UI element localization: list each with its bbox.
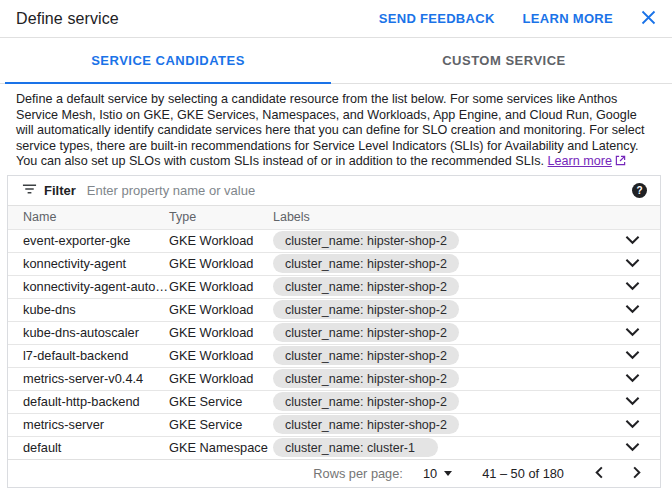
pagination-bar: Rows per page: 10 41 – 50 of 180: [8, 459, 660, 487]
expand-row-button[interactable]: [621, 323, 644, 342]
filter-button[interactable]: Filter: [22, 182, 76, 199]
expand-row-button[interactable]: [621, 300, 644, 319]
expand-row-button[interactable]: [621, 346, 644, 365]
learn-more-link[interactable]: Learn more: [548, 154, 626, 168]
tab-service-candidates-label: SERVICE CANDIDATES: [91, 53, 245, 68]
table-row[interactable]: konnectivity-agentGKE Workloadcluster_na…: [8, 252, 660, 275]
chevron-down-icon: [625, 371, 640, 386]
cell-name: l7-default-backend: [8, 344, 169, 367]
cell-name: default: [8, 436, 169, 459]
expand-row-button[interactable]: [621, 415, 644, 434]
cell-labels: cluster_name: hipster-shop-2: [273, 321, 604, 344]
previous-page-button[interactable]: [590, 463, 609, 485]
cell-type: GKE Workload: [169, 367, 273, 390]
column-header-name: Name: [8, 206, 169, 229]
label-chip: cluster_name: hipster-shop-2: [273, 415, 459, 434]
table-header-row: Name Type Labels: [8, 206, 660, 229]
dialog-header: Define service SEND FEEDBACK LEARN MORE: [0, 0, 672, 38]
learn-more-button[interactable]: LEARN MORE: [523, 11, 613, 26]
table-row[interactable]: metrics-server-v0.4.4GKE Workloadcluster…: [8, 367, 660, 390]
expand-row-button[interactable]: [621, 369, 644, 388]
filter-bar: Filter ?: [8, 176, 660, 206]
expand-row-button[interactable]: [621, 438, 644, 457]
pagination-range: 41 – 50 of 180: [482, 466, 564, 481]
cell-name: kube-dns-autoscaler: [8, 321, 169, 344]
cell-expand: [604, 298, 660, 321]
chevron-down-icon: [625, 279, 640, 294]
label-chip: cluster_name: hipster-shop-2: [273, 300, 459, 319]
table-body: event-exporter-gkeGKE Workloadcluster_na…: [8, 229, 660, 459]
rows-per-page-value: 10: [423, 466, 437, 481]
chevron-right-icon: [629, 465, 644, 483]
table-row[interactable]: default-http-backendGKE Servicecluster_n…: [8, 390, 660, 413]
chevron-left-icon: [592, 465, 607, 483]
table-row[interactable]: kube-dns-autoscalerGKE Workloadcluster_n…: [8, 321, 660, 344]
cell-labels: cluster_name: hipster-shop-2: [273, 298, 604, 321]
label-chip: cluster_name: hipster-shop-2: [273, 231, 459, 250]
filter-input[interactable]: [87, 183, 632, 198]
column-header-type: Type: [169, 206, 273, 229]
cell-labels: cluster_name: hipster-shop-2: [273, 275, 604, 298]
cell-labels: cluster_name: hipster-shop-2: [273, 252, 604, 275]
cell-type: GKE Namespace: [169, 436, 273, 459]
tab-custom-service[interactable]: CUSTOM SERVICE: [336, 38, 672, 83]
cell-name: event-exporter-gke: [8, 229, 169, 252]
expand-row-button[interactable]: [621, 231, 644, 250]
header-actions: SEND FEEDBACK LEARN MORE: [379, 10, 656, 28]
cell-labels: cluster_name: hipster-shop-2: [273, 344, 604, 367]
cell-labels: cluster_name: cluster-1: [273, 436, 604, 459]
filter-label: Filter: [44, 183, 76, 198]
expand-row-button[interactable]: [621, 277, 644, 296]
rows-per-page-select[interactable]: 10: [423, 466, 452, 481]
table-row[interactable]: konnectivity-agent-autoscalerGKE Workloa…: [8, 275, 660, 298]
table-row[interactable]: event-exporter-gkeGKE Workloadcluster_na…: [8, 229, 660, 252]
chevron-down-icon: [625, 348, 640, 363]
dropdown-caret-icon: [444, 471, 452, 476]
cell-type: GKE Workload: [169, 275, 273, 298]
chevron-down-icon: [625, 394, 640, 409]
label-chip: cluster_name: hipster-shop-2: [273, 369, 459, 388]
label-chip: cluster_name: hipster-shop-2: [273, 323, 459, 342]
chevron-down-icon: [625, 233, 640, 248]
cell-type: GKE Workload: [169, 298, 273, 321]
expand-row-button[interactable]: [621, 254, 644, 273]
send-feedback-button[interactable]: SEND FEEDBACK: [379, 11, 495, 26]
label-chip: cluster_name: hipster-shop-2: [273, 392, 459, 411]
label-chip: cluster_name: cluster-1: [273, 438, 438, 457]
cell-name: konnectivity-agent: [8, 252, 169, 275]
candidates-table: Name Type Labels event-exporter-gkeGKE W…: [8, 206, 660, 459]
learn-more-link-label: Learn more: [548, 154, 612, 168]
define-service-dialog: Define service SEND FEEDBACK LEARN MORE …: [0, 0, 672, 488]
cell-name: metrics-server-v0.4.4: [8, 367, 169, 390]
close-button[interactable]: [641, 10, 656, 28]
chevron-down-icon: [625, 256, 640, 271]
candidates-table-card: Filter ? Name Type Labels event-exporter…: [7, 175, 661, 488]
cell-labels: cluster_name: hipster-shop-2: [273, 390, 604, 413]
cell-type: GKE Workload: [169, 252, 273, 275]
column-header-labels: Labels: [273, 206, 604, 229]
chevron-down-icon: [625, 325, 640, 340]
cell-expand: [604, 436, 660, 459]
table-row[interactable]: defaultGKE Namespacecluster_name: cluste…: [8, 436, 660, 459]
chevron-down-icon: [625, 440, 640, 455]
cell-name: konnectivity-agent-autoscaler: [8, 275, 169, 298]
table-row[interactable]: metrics-serverGKE Servicecluster_name: h…: [8, 413, 660, 436]
rows-per-page-label: Rows per page:: [313, 466, 403, 481]
table-row[interactable]: kube-dnsGKE Workloadcluster_name: hipste…: [8, 298, 660, 321]
tab-service-candidates[interactable]: SERVICE CANDIDATES: [0, 38, 336, 83]
cell-name: default-http-backend: [8, 390, 169, 413]
cell-expand: [604, 321, 660, 344]
cell-expand: [604, 344, 660, 367]
cell-name: metrics-server: [8, 413, 169, 436]
table-row[interactable]: l7-default-backendGKE Workloadcluster_na…: [8, 344, 660, 367]
description-text: Define a default service by selecting a …: [16, 92, 656, 171]
page-title: Define service: [16, 10, 119, 28]
chevron-down-icon: [625, 302, 640, 317]
help-icon[interactable]: ?: [632, 183, 647, 198]
next-page-button[interactable]: [627, 463, 646, 485]
close-icon: [641, 10, 656, 28]
tab-custom-service-label: CUSTOM SERVICE: [442, 53, 566, 68]
filter-icon: [22, 182, 37, 199]
expand-row-button[interactable]: [621, 392, 644, 411]
cell-type: GKE Workload: [169, 229, 273, 252]
